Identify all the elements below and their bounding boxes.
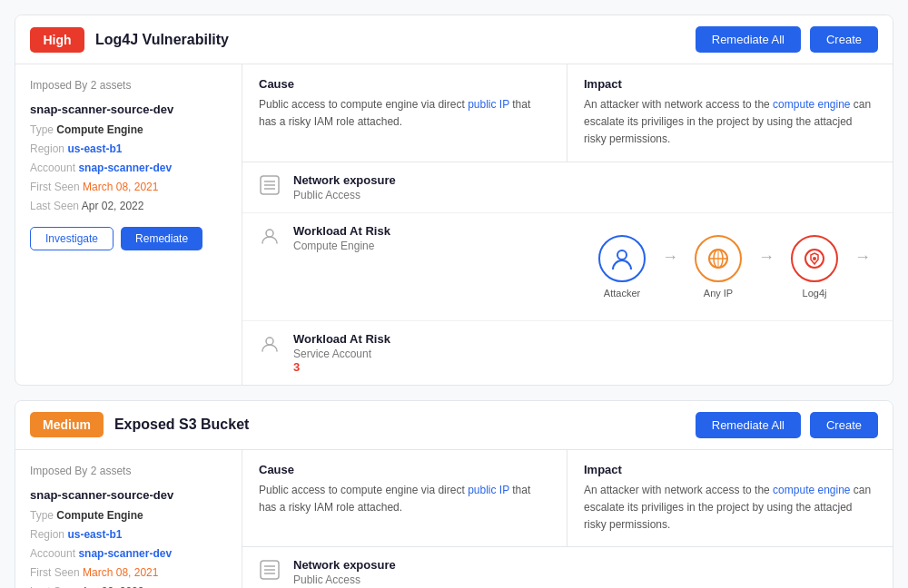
risk-title: Network exposure (293, 558, 878, 572)
right-panel: Cause Public access to compute engine vi… (242, 64, 893, 385)
impact-label: Impact (584, 77, 876, 91)
cause-label: Cause (259, 463, 550, 476)
vulnerability-card-log4j: High Log4J Vulnerability Remediate All C… (15, 15, 893, 386)
card-header: Medium Exposed S3 Bucket Remediate All C… (15, 401, 893, 450)
chain-node-log4j: Log4j (778, 235, 851, 299)
asset-region: Region us-east-b1 (30, 141, 227, 157)
impact-text: An attacker with network access to the c… (584, 96, 876, 149)
cause-section: Cause Public access to compute engine vi… (242, 64, 568, 162)
asset-last-seen: Last Seen Apr 02, 2022 (30, 583, 227, 588)
risk-row-service: Workload At Risk Service Account 3 (242, 321, 893, 385)
chain-node-elasticip: Elastic IP (874, 235, 878, 299)
chain-icon-log4j (791, 235, 838, 282)
risk-icon-service (257, 334, 282, 354)
asset-type: Type Compute Engine (30, 122, 227, 138)
remediate-all-button[interactable]: Remediate All (696, 26, 801, 53)
cause-impact: Cause Public access to compute engine vi… (242, 64, 893, 162)
cause-impact: Cause Public access to compute engine vi… (242, 450, 893, 548)
risk-icon-network (257, 560, 282, 580)
create-button[interactable]: Create (810, 412, 878, 438)
right-panel: Cause Public access to compute engine vi… (242, 450, 893, 588)
impact-section: Impact An attacker with network access t… (568, 64, 893, 162)
asset-region: Region us-east-b1 (30, 526, 227, 543)
risk-subtitle: Service Account (293, 348, 878, 360)
asset-account: Accoount snap-scanner-dev (30, 160, 227, 176)
risk-subtitle: Public Access (293, 573, 878, 586)
svg-point-4 (266, 230, 273, 237)
left-panel: Imposed By 2 assets snap-scanner-source-… (15, 450, 242, 588)
asset-name: snap-scanner-source-dev (30, 488, 227, 502)
impact-section: Impact An attacker with network access t… (568, 450, 893, 547)
risk-row-workload: Workload At Risk Compute Engine Attacker… (242, 213, 893, 321)
risk-row-network: Network exposure Public Access (242, 162, 893, 213)
card-title: Log4J Vulnerability (95, 32, 696, 48)
action-buttons: Investigate Remediate (30, 227, 227, 250)
impact-label: Impact (584, 463, 876, 476)
svg-point-11 (813, 257, 816, 260)
asset-first-seen: First Seen March 08, 2021 (30, 179, 227, 195)
risk-icon-workload (257, 226, 282, 246)
asset-first-seen: First Seen March 08, 2021 (30, 564, 227, 581)
svg-point-5 (617, 250, 627, 260)
asset-account: Accoount snap-scanner-dev (30, 545, 227, 562)
risk-title: Network exposure (293, 173, 878, 187)
imposed-label: Imposed By 2 assets (30, 465, 227, 477)
chain-node-anyip: Any IP (682, 235, 755, 299)
severity-badge: High (30, 27, 84, 53)
risk-content: Network exposure Public Access (293, 173, 878, 201)
impact-text: An attacker with network access to the c… (584, 482, 876, 534)
risk-icon-network (257, 175, 282, 195)
chain-arrow: → (662, 248, 678, 267)
investigate-button[interactable]: Investigate (30, 227, 114, 250)
cause-section: Cause Public access to compute engine vi… (242, 450, 568, 547)
left-panel: Imposed By 2 assets snap-scanner-source-… (15, 64, 242, 385)
risk-row-network: Network exposure Public Access (242, 547, 893, 588)
risk-content: Workload At Risk Compute Engine (293, 224, 586, 252)
card-header: High Log4J Vulnerability Remediate All C… (15, 15, 893, 64)
risk-content: Workload At Risk Service Account 3 (293, 332, 878, 374)
chain-arrow: → (758, 248, 775, 267)
create-button[interactable]: Create (810, 26, 878, 53)
risk-number: 3 (293, 360, 878, 374)
card-title: Exposed S3 Bucket (114, 416, 696, 433)
remediate-button[interactable]: Remediate (121, 227, 202, 250)
asset-type: Type Compute Engine (30, 507, 227, 524)
cause-label: Cause (259, 77, 550, 91)
risk-title: Workload At Risk (293, 332, 878, 346)
attack-chain: Attacker → Any IP → Log4j → Elastic IP →… (586, 224, 878, 309)
risk-content: Network exposure Public Access (293, 558, 878, 586)
chain-node-attacker: Attacker (586, 235, 658, 299)
card-body: Imposed By 2 assets snap-scanner-source-… (15, 64, 893, 385)
risk-subtitle: Compute Engine (293, 240, 586, 252)
imposed-label: Imposed By 2 assets (30, 79, 227, 92)
cause-text: Public access to compute engine via dire… (259, 482, 550, 516)
risk-title: Workload At Risk (293, 224, 586, 238)
svg-point-24 (266, 338, 273, 345)
risk-rows: Network exposure Public Access Workload … (242, 547, 893, 588)
remediate-all-button[interactable]: Remediate All (696, 412, 801, 438)
chain-arrow: → (854, 248, 871, 267)
card-body: Imposed By 2 assets snap-scanner-source-… (15, 450, 893, 588)
risk-rows: Network exposure Public Access Workload … (242, 162, 893, 385)
vulnerability-card-s3: Medium Exposed S3 Bucket Remediate All C… (15, 400, 893, 588)
chain-icon-attacker (598, 235, 646, 282)
asset-name: snap-scanner-source-dev (30, 103, 227, 116)
severity-badge: Medium (30, 412, 104, 437)
chain-icon-anyip (695, 235, 742, 282)
header-actions: Remediate All Create (696, 26, 878, 53)
cause-text: Public access to compute engine via dire… (259, 96, 550, 131)
header-actions: Remediate All Create (696, 412, 878, 438)
asset-last-seen: Last Seen Apr 02, 2022 (30, 198, 227, 214)
risk-subtitle: Public Access (293, 189, 878, 201)
